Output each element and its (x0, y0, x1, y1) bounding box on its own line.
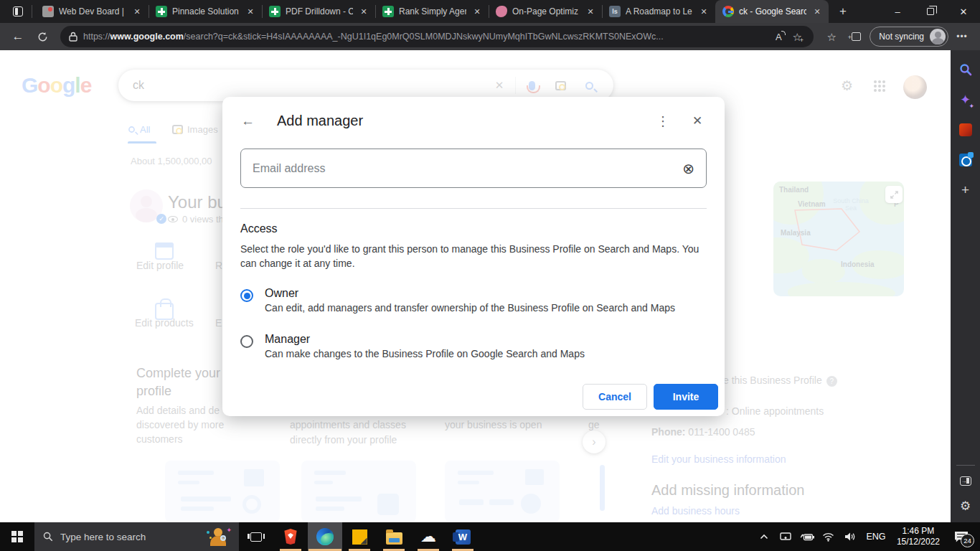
tab-actions-icon (13, 6, 23, 17)
phone-label: Phone: (651, 426, 685, 438)
notification-count-badge: 24 (961, 534, 974, 547)
tab-rank-simply[interactable]: Rank Simply Agen ✕ (375, 0, 489, 23)
map-expand-button[interactable] (885, 186, 903, 203)
battery-icon[interactable] (798, 522, 816, 551)
windows-taskbar: ✦ ☁ W ENG 1:46 PM15/12/2022 24 (0, 522, 980, 551)
dialog-close-button[interactable]: ✕ (689, 113, 706, 128)
voice-search-icon[interactable] (517, 81, 546, 90)
tab-roadmap[interactable]: ls A Roadmap to Le ✕ (602, 0, 715, 23)
open-sidebar-button[interactable] (955, 470, 976, 491)
edit-products-button[interactable]: Edit products (135, 317, 194, 329)
complete-profile-title-line2: profile (136, 384, 171, 399)
business-profile-fragment: e this Business Profile? (723, 375, 837, 387)
sidebar-settings-icon[interactable]: ⚙ (960, 499, 971, 514)
restore-button[interactable] (914, 0, 947, 23)
tab-close-icon[interactable]: ✕ (585, 6, 596, 17)
windows-logo-icon (11, 531, 23, 542)
discover-sparkle-icon[interactable]: ✦✦ (955, 89, 976, 110)
tab-on-page-optimization[interactable]: On-Page Optimiz ✕ (489, 0, 602, 23)
taskbar-onedrive[interactable]: ☁ (411, 522, 446, 551)
cloud-icon: ☁ (420, 529, 436, 545)
search-submit-icon[interactable] (575, 82, 603, 90)
email-input[interactable] (253, 162, 682, 175)
role-description: Can make changes to the Business Profile… (265, 348, 585, 359)
role-option-owner[interactable]: Owner Can edit, add managers and transfe… (240, 287, 675, 314)
search-icon (43, 532, 53, 542)
tab-google-search-active[interactable]: ck - Google Searc ✕ (715, 0, 829, 23)
file-explorer-icon (386, 532, 402, 545)
collections-button[interactable] (845, 26, 867, 47)
carousel-next-button[interactable]: › (583, 430, 606, 453)
minimize-button[interactable]: – (881, 0, 914, 23)
google-apps-grid-icon[interactable] (874, 80, 885, 92)
invite-button[interactable]: Invite (654, 384, 718, 410)
bing-search-icon[interactable] (955, 59, 976, 80)
taskbar-sticky-notes[interactable] (342, 522, 377, 551)
settings-menu-button[interactable]: ••• (951, 26, 973, 47)
profile-avatar (930, 29, 946, 44)
office-icon[interactable] (955, 119, 976, 141)
start-button[interactable] (0, 522, 34, 551)
reviews-button-fragment[interactable]: R (215, 260, 222, 271)
outlook-icon[interactable] (955, 149, 976, 171)
action-center-button[interactable]: 24 (947, 522, 976, 551)
tab-actions-button[interactable] (7, 3, 29, 20)
add-favorite-button[interactable]: ☆ (788, 28, 806, 45)
google-settings-gear-icon[interactable]: ⚙ (841, 77, 853, 94)
volume-icon[interactable] (841, 522, 859, 551)
google-account-avatar[interactable] (903, 75, 927, 99)
edit-photos-button-fragment[interactable]: E (215, 317, 222, 329)
tab-close-icon[interactable]: ✕ (811, 6, 823, 17)
back-button[interactable]: ← (7, 26, 29, 47)
tab-pdf-drilldown[interactable]: PDF Drilldown - C ✕ (262, 0, 375, 23)
wifi-icon[interactable] (819, 522, 838, 551)
tray-display-icon[interactable] (776, 522, 795, 551)
add-business-hours-link[interactable]: Add business hours (651, 505, 740, 517)
taskbar-search[interactable]: ✦ (34, 522, 239, 551)
tab-close-icon[interactable]: ✕ (131, 6, 143, 17)
dialog-back-button[interactable]: ← (241, 113, 258, 129)
results-tab-images[interactable]: Images (172, 124, 218, 135)
map-thumbnail[interactable]: South China Sea Thailand Vietnam P Malay… (773, 182, 904, 296)
results-tab-all[interactable]: All (128, 124, 150, 135)
complete-profile-title-line1: Complete your (136, 366, 220, 381)
taskbar-brave[interactable] (273, 522, 308, 551)
read-aloud-button[interactable]: A (769, 28, 788, 45)
favorites-star-icon: ☆ (827, 32, 837, 42)
edit-profile-button[interactable]: Edit profile (136, 260, 184, 271)
refresh-button[interactable] (32, 26, 53, 47)
clock[interactable]: 1:46 PM15/12/2022 (892, 526, 944, 547)
cancel-button[interactable]: Cancel (583, 384, 647, 410)
role-option-manager[interactable]: Manager Can make changes to the Business… (240, 333, 585, 359)
edit-business-info-link[interactable]: Edit your business information (651, 453, 786, 465)
favorites-button[interactable]: ☆ (821, 26, 842, 47)
taskbar-edge[interactable] (308, 522, 342, 551)
hidden-icons-chevron[interactable] (755, 522, 773, 551)
owner-radio[interactable] (240, 289, 253, 302)
task-view-button[interactable] (239, 522, 273, 551)
profile-button[interactable]: Not syncing (870, 27, 948, 47)
new-tab-button[interactable]: + (833, 3, 853, 20)
clear-search-icon[interactable]: ✕ (485, 79, 514, 92)
time: 1:46 PM (903, 526, 935, 536)
tab-pinnacle-solution[interactable]: Pinnacle Solution ✕ (149, 0, 262, 23)
taskbar-file-explorer[interactable] (377, 522, 411, 551)
language-indicator[interactable]: ENG (862, 532, 890, 542)
tab-close-icon[interactable]: ✕ (471, 6, 483, 17)
help-icon[interactable]: ? (826, 376, 837, 387)
lock-icon[interactable] (63, 28, 83, 45)
close-window-button[interactable]: ✕ (947, 0, 980, 23)
add-sidebar-item-button[interactable]: + (955, 179, 976, 201)
email-clear-icon[interactable]: ⊗ (682, 160, 694, 177)
taskbar-search-input[interactable] (60, 532, 199, 542)
manager-radio[interactable] (240, 335, 253, 348)
taskbar-word[interactable]: W (446, 522, 480, 551)
tab-close-icon[interactable]: ✕ (698, 6, 710, 17)
tab-web-dev-board[interactable]: Web Dev Board | ✕ (35, 0, 149, 23)
address-bar[interactable]: https://www.google.com/search?q=ck&stick… (60, 26, 814, 47)
lens-search-icon[interactable] (546, 81, 575, 90)
tab-close-icon[interactable]: ✕ (245, 6, 256, 17)
dialog-more-button[interactable]: ⋮ (654, 113, 672, 129)
tab-close-icon[interactable]: ✕ (358, 6, 369, 17)
browser-toolbar: ← https://www.google.com/search?q=ck&sti… (0, 23, 980, 50)
